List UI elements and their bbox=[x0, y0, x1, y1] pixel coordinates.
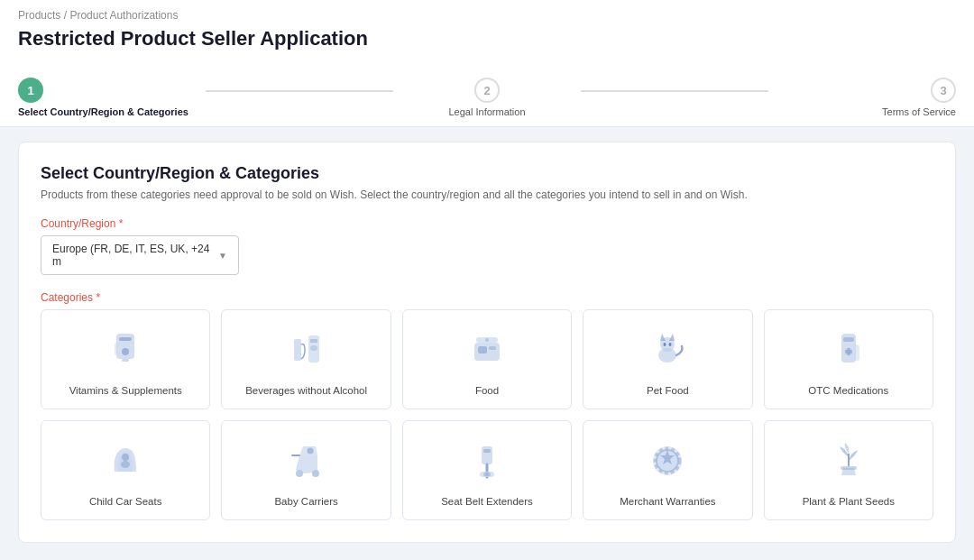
svg-rect-7 bbox=[310, 339, 317, 343]
stepper: 1 Select Country/Region & Categories 2 L… bbox=[18, 65, 956, 126]
categories-label: Categories * bbox=[41, 291, 933, 304]
categories-grid: Vitamins & Supplements Beverages without… bbox=[41, 309, 933, 520]
svg-rect-39 bbox=[841, 466, 857, 470]
main-card: Select Country/Region & Categories Produ… bbox=[18, 142, 956, 543]
category-otc[interactable]: OTC Medications bbox=[764, 309, 933, 409]
food-label: Food bbox=[475, 384, 499, 398]
category-beverages[interactable]: Beverages without Alcohol bbox=[221, 309, 391, 409]
category-plant[interactable]: Plant & Plant Seeds bbox=[764, 420, 933, 520]
svg-rect-25 bbox=[854, 344, 859, 361]
step-line-2 bbox=[581, 90, 768, 92]
carseat-icon bbox=[100, 436, 151, 486]
step-1-circle: 1 bbox=[18, 78, 43, 103]
vitamins-label: Vitamins & Supplements bbox=[69, 384, 182, 398]
svg-point-18 bbox=[664, 343, 666, 346]
step-3-label: Terms of Service bbox=[882, 106, 956, 117]
step-1-label: Select Country/Region & Categories bbox=[18, 106, 188, 117]
svg-marker-17 bbox=[669, 334, 675, 341]
svg-point-8 bbox=[310, 345, 317, 351]
svg-point-27 bbox=[121, 461, 130, 468]
country-select[interactable]: Europe (FR, DE, IT, ES, UK, +24 m ▼ bbox=[41, 235, 239, 275]
chevron-down-icon: ▼ bbox=[218, 251, 227, 261]
svg-rect-4 bbox=[115, 343, 118, 355]
category-food[interactable]: Food bbox=[402, 309, 572, 409]
babycarrier-icon bbox=[281, 436, 332, 486]
otc-label: OTC Medications bbox=[808, 384, 888, 398]
step-3: 3 Terms of Service bbox=[768, 78, 956, 117]
svg-rect-32 bbox=[483, 449, 491, 453]
svg-rect-21 bbox=[843, 337, 854, 342]
babycarrier-label: Baby Carriers bbox=[274, 495, 337, 509]
beverages-label: Beverages without Alcohol bbox=[245, 384, 367, 398]
category-carseat[interactable]: Child Car Seats bbox=[41, 420, 210, 520]
beverages-icon bbox=[281, 325, 332, 375]
plant-icon bbox=[823, 436, 874, 486]
country-label: Country/Region * bbox=[41, 217, 933, 230]
page-title: Restricted Product Seller Application bbox=[18, 27, 956, 50]
breadcrumb-products[interactable]: Products bbox=[18, 9, 60, 22]
seatbelt-label: Seat Belt Extenders bbox=[441, 495, 533, 509]
category-petfood[interactable]: Pet Food bbox=[583, 309, 752, 409]
step-2-label: Legal Information bbox=[449, 106, 526, 117]
svg-point-2 bbox=[122, 348, 129, 355]
svg-point-30 bbox=[307, 447, 313, 454]
warranty-label: Merchant Warranties bbox=[620, 495, 715, 509]
carseat-label: Child Car Seats bbox=[89, 495, 162, 509]
step-3-circle: 3 bbox=[931, 78, 956, 103]
breadcrumb-authorizations[interactable]: Product Authorizations bbox=[69, 9, 178, 22]
svg-rect-10 bbox=[478, 346, 487, 353]
category-seatbelt[interactable]: Seat Belt Extenders bbox=[402, 420, 572, 520]
svg-marker-16 bbox=[660, 334, 666, 341]
svg-rect-5 bbox=[294, 339, 301, 361]
petfood-icon bbox=[642, 325, 693, 375]
section-description: Products from these categories need appr… bbox=[41, 188, 933, 201]
svg-rect-34 bbox=[483, 473, 491, 476]
svg-point-13 bbox=[485, 338, 489, 342]
svg-point-26 bbox=[122, 454, 129, 461]
vitamins-icon bbox=[100, 325, 151, 375]
step-2-circle: 2 bbox=[474, 78, 500, 103]
svg-rect-3 bbox=[122, 359, 129, 362]
warranty-icon bbox=[642, 436, 693, 486]
svg-point-19 bbox=[669, 343, 672, 346]
breadcrumb: Products / Product Authorizations bbox=[18, 9, 956, 22]
svg-rect-1 bbox=[119, 337, 132, 341]
otc-icon bbox=[823, 325, 874, 375]
category-warranty[interactable]: Merchant Warranties bbox=[583, 420, 752, 520]
seatbelt-icon bbox=[462, 436, 512, 486]
category-vitamins[interactable]: Vitamins & Supplements bbox=[41, 309, 210, 409]
food-icon bbox=[462, 325, 512, 375]
petfood-label: Pet Food bbox=[647, 384, 689, 398]
svg-rect-11 bbox=[489, 346, 496, 350]
section-title: Select Country/Region & Categories bbox=[41, 164, 933, 183]
category-babycarrier[interactable]: Baby Carriers bbox=[221, 420, 391, 520]
step-line-1 bbox=[206, 90, 393, 92]
step-2: 2 Legal Information bbox=[393, 78, 581, 117]
plant-label: Plant & Plant Seeds bbox=[803, 495, 895, 509]
country-value: Europe (FR, DE, IT, ES, UK, +24 m bbox=[52, 243, 211, 268]
step-1: 1 Select Country/Region & Categories bbox=[18, 78, 206, 117]
svg-rect-24 bbox=[845, 350, 852, 353]
